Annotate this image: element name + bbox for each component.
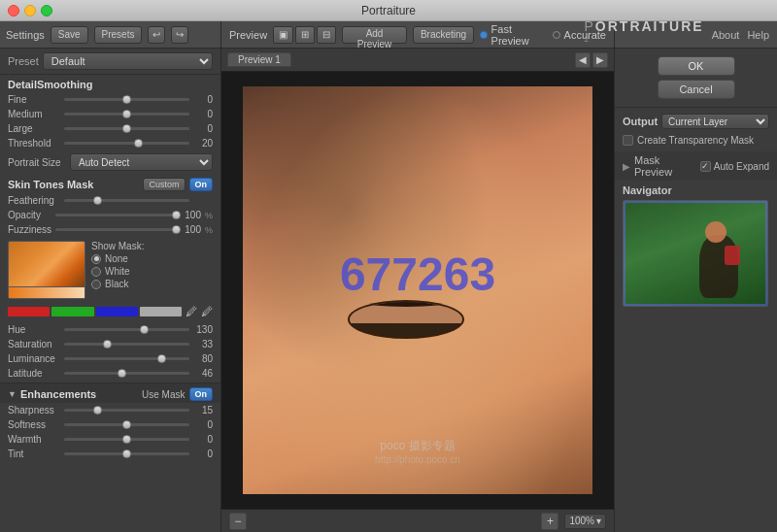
next-arrow[interactable]: ▶ (592, 52, 608, 68)
opacity-value: 100 (185, 210, 201, 220)
watermark-number: 677263 (340, 248, 495, 301)
medium-slider-row: Medium 0 (0, 107, 220, 121)
preview-tab-bar: Preview 1 ◀ ▶ (221, 49, 614, 72)
enhancements-on-badge[interactable]: On (189, 387, 214, 401)
save-button[interactable]: Save (51, 26, 88, 44)
preview-image-area[interactable]: 677263 poco 摄影专题 http://photo.poco.cn (221, 72, 614, 509)
eyedropper2-icon[interactable]: 🖉 (201, 305, 213, 318)
center-panel: Preview ▣ ⊞ ⊟ Add Preview Bracketing Fas… (221, 21, 614, 532)
tint-slider[interactable] (64, 452, 189, 455)
hue-label: Hue (8, 324, 60, 335)
redo-button[interactable]: ↪ (171, 26, 188, 44)
presets-button[interactable]: Presets (94, 26, 143, 44)
threshold-slider[interactable] (64, 142, 189, 145)
warmth-slider[interactable] (64, 438, 189, 441)
mask-none-row[interactable]: None (91, 253, 144, 264)
settings-label: Settings (6, 29, 45, 41)
minimize-button[interactable] (24, 5, 36, 17)
mask-white-radio[interactable] (91, 267, 101, 277)
compare-view-button[interactable]: ⊟ (317, 26, 336, 44)
auto-expand-label: Auto Expand (714, 161, 769, 172)
portrait-size-label: Portrait Size (8, 157, 66, 168)
traffic-lights (8, 5, 52, 17)
threshold-slider-row: Threshold 20 (0, 136, 220, 150)
gray-bar (140, 307, 182, 316)
fuzziness-slider[interactable] (55, 228, 181, 231)
feathering-label: Feathering (8, 195, 60, 206)
undo-button[interactable]: ↩ (148, 26, 165, 44)
custom-badge[interactable]: Custom (143, 178, 185, 191)
large-slider[interactable] (64, 127, 189, 130)
navigator-thumb[interactable] (623, 200, 768, 307)
color-swatch-gradient (9, 286, 84, 298)
preset-select[interactable]: Default (43, 52, 213, 70)
preview-tab-1[interactable]: Preview 1 (227, 52, 291, 67)
watermark-poco: poco 摄影专题 http://photo.poco.cn (375, 438, 460, 465)
blue-bar (96, 307, 138, 316)
zoom-in-button[interactable]: + (541, 513, 558, 530)
auto-expand-checkbox[interactable]: ✓ (700, 161, 711, 172)
softness-slider-row: Softness 0 (0, 417, 220, 432)
hue-value: 130 (193, 324, 213, 335)
enhancements-triangle-icon: ▼ (8, 389, 17, 399)
zoom-out-button[interactable]: − (229, 513, 247, 530)
fine-slider[interactable] (64, 98, 189, 101)
mask-black-row[interactable]: Black (91, 279, 144, 289)
tint-slider-row: Tint 0 (0, 447, 220, 461)
eyedropper-icon[interactable]: 🖉 (186, 305, 197, 318)
use-mask-label: Use Mask (142, 389, 185, 400)
output-select[interactable]: Current Layer (661, 114, 769, 129)
mask-white-row[interactable]: White (91, 266, 144, 277)
sharpness-slider[interactable] (64, 409, 189, 412)
color-picker-area: Show Mask: None White Black (8, 241, 213, 299)
fast-preview-radio[interactable] (480, 31, 487, 39)
hue-slider-row: Hue 130 (0, 322, 220, 337)
mask-preview-row[interactable]: ▶ Mask Preview ✓ Auto Expand (615, 151, 777, 181)
ok-cancel-area: OK Cancel (615, 49, 777, 108)
maximize-button[interactable] (41, 5, 52, 17)
close-button[interactable] (8, 5, 19, 17)
window-title: Portraiture (361, 4, 416, 17)
latitude-label: Latitude (8, 368, 60, 379)
warmth-label: Warmth (8, 434, 60, 445)
zoom-dropdown-icon[interactable]: ▾ (596, 515, 601, 526)
single-view-button[interactable]: ▣ (273, 26, 293, 44)
warmth-slider-row: Warmth 0 (0, 432, 220, 447)
luminance-slider[interactable] (64, 357, 189, 360)
accurate-radio[interactable] (553, 31, 560, 39)
threshold-label: Threshold (8, 138, 60, 149)
feathering-slider[interactable] (64, 199, 189, 202)
skin-tones-on-badge[interactable]: On (189, 178, 214, 191)
color-swatch[interactable] (8, 241, 85, 299)
view-btn-group: ▣ ⊞ ⊟ (273, 26, 336, 44)
show-mask-area: Show Mask: None White Black (91, 241, 144, 299)
zoom-value: 100% (569, 515, 594, 526)
cancel-button[interactable]: Cancel (658, 80, 735, 99)
help-button[interactable]: Help (747, 29, 769, 41)
fine-label: Fine (8, 94, 60, 105)
split-view-button[interactable]: ⊞ (295, 26, 315, 44)
medium-slider[interactable] (64, 113, 189, 116)
portrait-size-select[interactable]: Auto Detect (70, 153, 213, 171)
create-transparency-checkbox[interactable] (623, 135, 633, 146)
opacity-slider[interactable] (55, 214, 181, 216)
feathering-slider-row: Feathering (0, 193, 220, 208)
bracketing-button[interactable]: Bracketing (413, 26, 474, 44)
ok-button[interactable]: OK (658, 56, 735, 76)
saturation-value: 33 (193, 339, 213, 349)
zoom-display: 100% ▾ (564, 514, 606, 529)
latitude-slider[interactable] (64, 372, 189, 375)
medium-label: Medium (8, 109, 60, 119)
prev-arrow[interactable]: ◀ (575, 52, 591, 68)
hue-slider[interactable] (64, 328, 189, 331)
saturation-slider[interactable] (64, 343, 189, 346)
saturation-slider-row: Saturation 33 (0, 337, 220, 351)
preview-bottom-bar: − + 100% ▾ (221, 509, 614, 532)
softness-slider[interactable] (64, 423, 189, 426)
mask-black-radio[interactable] (91, 280, 101, 289)
mask-none-radio[interactable] (91, 254, 101, 264)
add-preview-button[interactable]: Add Preview (342, 26, 407, 44)
about-button[interactable]: About (712, 29, 740, 41)
mask-preview-triangle-icon: ▶ (623, 161, 630, 172)
output-header: Output Current Layer (623, 114, 769, 129)
